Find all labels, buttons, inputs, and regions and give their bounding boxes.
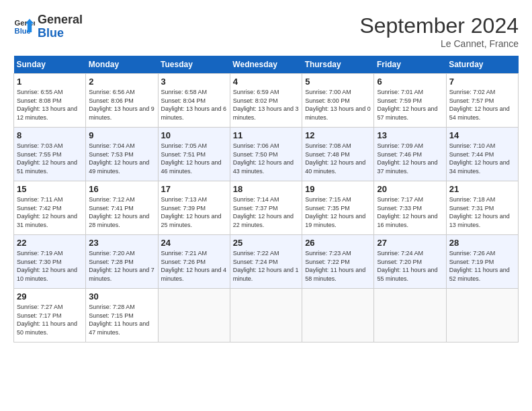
- day-number: 7: [449, 77, 515, 87]
- calendar-day: 30 Sunrise: 7:28 AM Sunset: 7:15 PM Dayl…: [86, 289, 158, 342]
- calendar-day: [446, 289, 518, 342]
- day-info: Sunrise: 7:20 AM Sunset: 7:28 PM Dayligh…: [89, 249, 154, 283]
- calendar-day: 17 Sunrise: 7:13 AM Sunset: 7:39 PM Dayl…: [158, 181, 230, 235]
- day-info: Sunrise: 7:21 AM Sunset: 7:26 PM Dayligh…: [161, 249, 227, 283]
- calendar-day: 28 Sunrise: 7:26 AM Sunset: 7:19 PM Dayl…: [446, 235, 518, 289]
- day-info: Sunrise: 7:26 AM Sunset: 7:19 PM Dayligh…: [449, 249, 515, 283]
- day-info: Sunrise: 7:06 AM Sunset: 7:50 PM Dayligh…: [233, 142, 299, 175]
- calendar-day: [374, 289, 446, 342]
- day-info: Sunrise: 7:27 AM Sunset: 7:17 PM Dayligh…: [17, 303, 83, 336]
- day-number: 2: [89, 77, 154, 87]
- calendar-day: 19 Sunrise: 7:15 AM Sunset: 7:35 PM Dayl…: [302, 181, 374, 235]
- day-info: Sunrise: 7:28 AM Sunset: 7:15 PM Dayligh…: [89, 303, 154, 336]
- header: General Blue General Blue September 2024…: [13, 13, 519, 49]
- day-number: 18: [233, 184, 299, 194]
- calendar-day: 14 Sunrise: 7:10 AM Sunset: 7:44 PM Dayl…: [446, 128, 518, 181]
- day-number: 17: [161, 184, 227, 194]
- calendar-day: 27 Sunrise: 7:24 AM Sunset: 7:20 PM Dayl…: [374, 235, 446, 289]
- day-info: Sunrise: 6:55 AM Sunset: 8:08 PM Dayligh…: [17, 88, 83, 122]
- day-number: 23: [89, 238, 154, 248]
- day-number: 1: [17, 77, 83, 87]
- calendar-week-4: 22 Sunrise: 7:19 AM Sunset: 7:30 PM Dayl…: [14, 235, 519, 289]
- col-friday: Friday: [374, 56, 446, 74]
- day-info: Sunrise: 7:09 AM Sunset: 7:46 PM Dayligh…: [377, 142, 443, 175]
- col-sunday: Sunday: [14, 56, 86, 74]
- day-info: Sunrise: 7:22 AM Sunset: 7:24 PM Dayligh…: [233, 249, 299, 283]
- day-number: 4: [233, 77, 299, 87]
- day-number: 5: [305, 77, 371, 87]
- day-number: 11: [233, 130, 299, 140]
- day-number: 9: [89, 130, 154, 140]
- calendar-day: 15 Sunrise: 7:11 AM Sunset: 7:42 PM Dayl…: [14, 181, 86, 235]
- day-info: Sunrise: 7:01 AM Sunset: 7:59 PM Dayligh…: [377, 88, 443, 122]
- calendar-day: 23 Sunrise: 7:20 AM Sunset: 7:28 PM Dayl…: [86, 235, 158, 289]
- calendar-week-5: 29 Sunrise: 7:27 AM Sunset: 7:17 PM Dayl…: [14, 289, 519, 342]
- calendar-day: 25 Sunrise: 7:22 AM Sunset: 7:24 PM Dayl…: [230, 235, 302, 289]
- day-number: 30: [89, 291, 154, 302]
- calendar-week-1: 1 Sunrise: 6:55 AM Sunset: 8:08 PM Dayli…: [14, 74, 519, 128]
- day-info: Sunrise: 7:08 AM Sunset: 7:48 PM Dayligh…: [305, 142, 371, 175]
- day-number: 29: [17, 291, 83, 302]
- day-info: Sunrise: 7:11 AM Sunset: 7:42 PM Dayligh…: [17, 195, 83, 229]
- day-number: 10: [161, 130, 227, 140]
- day-info: Sunrise: 7:19 AM Sunset: 7:30 PM Dayligh…: [17, 249, 83, 283]
- day-number: 14: [449, 130, 515, 140]
- day-number: 24: [161, 238, 227, 248]
- calendar-day: 11 Sunrise: 7:06 AM Sunset: 7:50 PM Dayl…: [230, 128, 302, 181]
- day-number: 16: [89, 184, 154, 194]
- col-tuesday: Tuesday: [158, 56, 230, 74]
- calendar-day: 7 Sunrise: 7:02 AM Sunset: 7:57 PM Dayli…: [446, 74, 518, 128]
- calendar-day: [302, 289, 374, 342]
- day-number: 15: [17, 184, 83, 194]
- day-info: Sunrise: 7:14 AM Sunset: 7:37 PM Dayligh…: [233, 195, 299, 229]
- calendar-day: 21 Sunrise: 7:18 AM Sunset: 7:31 PM Dayl…: [446, 181, 518, 235]
- calendar-day: 8 Sunrise: 7:03 AM Sunset: 7:55 PM Dayli…: [14, 128, 86, 181]
- calendar-day: 6 Sunrise: 7:01 AM Sunset: 7:59 PM Dayli…: [374, 74, 446, 128]
- calendar-day: [158, 289, 230, 342]
- calendar-day: 10 Sunrise: 7:05 AM Sunset: 7:51 PM Dayl…: [158, 128, 230, 181]
- calendar-day: 16 Sunrise: 7:12 AM Sunset: 7:41 PM Dayl…: [86, 181, 158, 235]
- day-info: Sunrise: 7:02 AM Sunset: 7:57 PM Dayligh…: [449, 88, 515, 122]
- calendar-day: 29 Sunrise: 7:27 AM Sunset: 7:17 PM Dayl…: [14, 289, 86, 342]
- day-number: 27: [377, 238, 443, 248]
- col-saturday: Saturday: [446, 56, 518, 74]
- calendar-week-3: 15 Sunrise: 7:11 AM Sunset: 7:42 PM Dayl…: [14, 181, 519, 235]
- day-info: Sunrise: 7:10 AM Sunset: 7:44 PM Dayligh…: [449, 142, 515, 175]
- calendar-day: 9 Sunrise: 7:04 AM Sunset: 7:53 PM Dayli…: [86, 128, 158, 181]
- day-number: 28: [449, 238, 515, 248]
- day-number: 12: [305, 130, 371, 140]
- location: Le Cannet, France: [359, 38, 519, 49]
- day-number: 26: [305, 238, 371, 248]
- calendar-day: 4 Sunrise: 6:59 AM Sunset: 8:02 PM Dayli…: [230, 74, 302, 128]
- header-row: Sunday Monday Tuesday Wednesday Thursday…: [14, 56, 519, 74]
- calendar-day: 2 Sunrise: 6:56 AM Sunset: 8:06 PM Dayli…: [86, 74, 158, 128]
- calendar-day: 18 Sunrise: 7:14 AM Sunset: 7:37 PM Dayl…: [230, 181, 302, 235]
- day-info: Sunrise: 7:17 AM Sunset: 7:33 PM Dayligh…: [377, 195, 443, 229]
- day-number: 8: [17, 130, 83, 140]
- calendar-week-2: 8 Sunrise: 7:03 AM Sunset: 7:55 PM Dayli…: [14, 128, 519, 181]
- calendar-day: 22 Sunrise: 7:19 AM Sunset: 7:30 PM Dayl…: [14, 235, 86, 289]
- day-info: Sunrise: 6:56 AM Sunset: 8:06 PM Dayligh…: [89, 88, 154, 122]
- day-info: Sunrise: 7:05 AM Sunset: 7:51 PM Dayligh…: [161, 142, 227, 175]
- day-number: 13: [377, 130, 443, 140]
- day-info: Sunrise: 7:04 AM Sunset: 7:53 PM Dayligh…: [89, 142, 154, 175]
- day-number: 6: [377, 77, 443, 87]
- title-area: September 2024 Le Cannet, France: [359, 13, 519, 49]
- day-info: Sunrise: 7:18 AM Sunset: 7:31 PM Dayligh…: [449, 195, 515, 229]
- day-number: 3: [161, 77, 227, 87]
- col-wednesday: Wednesday: [230, 56, 302, 74]
- day-info: Sunrise: 7:13 AM Sunset: 7:39 PM Dayligh…: [161, 195, 227, 229]
- calendar-day: 12 Sunrise: 7:08 AM Sunset: 7:48 PM Dayl…: [302, 128, 374, 181]
- logo-text: General Blue: [38, 13, 83, 40]
- calendar-table: Sunday Monday Tuesday Wednesday Thursday…: [13, 56, 519, 342]
- day-number: 20: [377, 184, 443, 194]
- calendar-day: 20 Sunrise: 7:17 AM Sunset: 7:33 PM Dayl…: [374, 181, 446, 235]
- day-info: Sunrise: 7:12 AM Sunset: 7:41 PM Dayligh…: [89, 195, 154, 229]
- calendar-day: 26 Sunrise: 7:23 AM Sunset: 7:22 PM Dayl…: [302, 235, 374, 289]
- month-title: September 2024: [359, 13, 519, 38]
- day-number: 21: [449, 184, 515, 194]
- col-monday: Monday: [86, 56, 158, 74]
- day-number: 19: [305, 184, 371, 194]
- day-info: Sunrise: 7:24 AM Sunset: 7:20 PM Dayligh…: [377, 249, 443, 283]
- calendar-day: 5 Sunrise: 7:00 AM Sunset: 8:00 PM Dayli…: [302, 74, 374, 128]
